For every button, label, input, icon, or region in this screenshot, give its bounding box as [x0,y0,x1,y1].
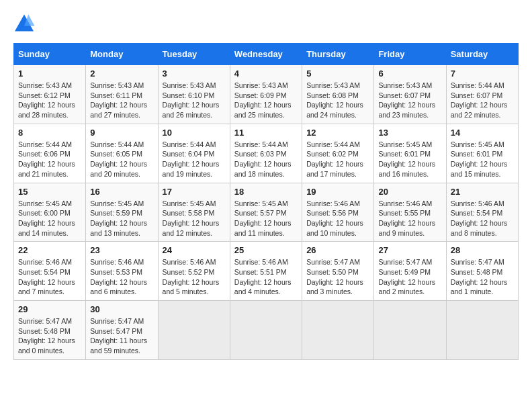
calendar-cell: 9 Sunrise: 5:44 AM Sunset: 6:05 PM Dayli… [86,124,158,183]
day-info: Sunrise: 5:46 AM Sunset: 5:55 PM Dayligh… [378,199,441,238]
day-number: 24 [163,245,226,255]
calendar-cell: 20 Sunrise: 5:46 AM Sunset: 5:55 PM Dayl… [374,183,446,242]
day-info: Sunrise: 5:46 AM Sunset: 5:56 PM Dayligh… [306,199,369,238]
calendar-cell: 4 Sunrise: 5:43 AM Sunset: 6:09 PM Dayli… [230,65,302,124]
day-info: Sunrise: 5:47 AM Sunset: 5:50 PM Dayligh… [306,257,369,297]
calendar-cell: 15 Sunrise: 5:45 AM Sunset: 6:00 PM Dayl… [14,183,86,242]
calendar-cell: 3 Sunrise: 5:43 AM Sunset: 6:10 PM Dayli… [158,65,230,124]
calendar-cell: 5 Sunrise: 5:43 AM Sunset: 6:08 PM Dayli… [302,65,374,124]
day-info: Sunrise: 5:43 AM Sunset: 6:11 PM Dayligh… [90,81,153,120]
calendar-cell: 16 Sunrise: 5:45 AM Sunset: 5:59 PM Dayl… [86,183,158,242]
calendar-cell [230,301,302,360]
calendar-cell: 22 Sunrise: 5:46 AM Sunset: 5:54 PM Dayl… [14,242,86,301]
calendar-cell: 11 Sunrise: 5:44 AM Sunset: 6:03 PM Dayl… [230,124,302,183]
day-info: Sunrise: 5:44 AM Sunset: 6:04 PM Dayligh… [163,140,226,179]
calendar-cell [158,301,230,360]
day-info: Sunrise: 5:46 AM Sunset: 5:52 PM Dayligh… [163,257,226,297]
calendar-cell: 6 Sunrise: 5:43 AM Sunset: 6:07 PM Dayli… [374,65,446,124]
calendar-cell: 27 Sunrise: 5:47 AM Sunset: 5:49 PM Dayl… [374,242,446,301]
day-info: Sunrise: 5:47 AM Sunset: 5:48 PM Dayligh… [451,257,514,297]
day-info: Sunrise: 5:44 AM Sunset: 6:07 PM Dayligh… [451,81,514,120]
calendar-cell: 23 Sunrise: 5:46 AM Sunset: 5:53 PM Dayl… [86,242,158,301]
calendar-cell: 21 Sunrise: 5:46 AM Sunset: 5:54 PM Dayl… [446,183,518,242]
day-number: 11 [234,128,298,138]
calendar-cell [374,301,446,360]
weekday-header: Thursday [302,44,374,65]
calendar-cell: 2 Sunrise: 5:43 AM Sunset: 6:11 PM Dayli… [86,65,158,124]
day-number: 18 [234,187,298,197]
day-info: Sunrise: 5:44 AM Sunset: 6:06 PM Dayligh… [18,140,81,179]
day-number: 26 [306,245,369,255]
calendar-cell: 12 Sunrise: 5:44 AM Sunset: 6:02 PM Dayl… [302,124,374,183]
day-info: Sunrise: 5:45 AM Sunset: 6:01 PM Dayligh… [451,140,514,179]
day-info: Sunrise: 5:45 AM Sunset: 6:00 PM Dayligh… [18,199,81,238]
weekday-header: Sunday [14,44,86,65]
day-number: 13 [378,128,441,138]
calendar-cell [446,301,518,360]
day-number: 21 [451,187,514,197]
day-number: 7 [451,68,514,79]
day-number: 29 [18,304,81,314]
day-info: Sunrise: 5:43 AM Sunset: 6:10 PM Dayligh… [163,81,226,120]
day-number: 23 [90,245,153,255]
header [13,13,519,32]
day-number: 1 [18,68,81,79]
day-info: Sunrise: 5:44 AM Sunset: 6:02 PM Dayligh… [306,140,369,179]
calendar-cell: 18 Sunrise: 5:45 AM Sunset: 5:57 PM Dayl… [230,183,302,242]
day-number: 27 [378,245,441,255]
day-info: Sunrise: 5:46 AM Sunset: 5:54 PM Dayligh… [451,199,514,238]
calendar-week-row: 15 Sunrise: 5:45 AM Sunset: 6:00 PM Dayl… [14,183,519,242]
day-info: Sunrise: 5:45 AM Sunset: 5:57 PM Dayligh… [234,199,298,238]
day-info: Sunrise: 5:46 AM Sunset: 5:51 PM Dayligh… [234,257,298,297]
day-number: 4 [234,68,298,79]
calendar-cell: 1 Sunrise: 5:43 AM Sunset: 6:12 PM Dayli… [14,65,86,124]
calendar-cell: 24 Sunrise: 5:46 AM Sunset: 5:52 PM Dayl… [158,242,230,301]
day-number: 14 [451,128,514,138]
weekday-header-row: SundayMondayTuesdayWednesdayThursdayFrid… [14,44,519,65]
calendar-week-row: 22 Sunrise: 5:46 AM Sunset: 5:54 PM Dayl… [14,242,519,301]
day-number: 16 [90,187,153,197]
day-info: Sunrise: 5:45 AM Sunset: 5:58 PM Dayligh… [163,199,226,238]
day-number: 19 [306,187,369,197]
calendar-week-row: 8 Sunrise: 5:44 AM Sunset: 6:06 PM Dayli… [14,124,519,183]
day-number: 30 [90,304,153,314]
day-number: 28 [451,245,514,255]
calendar-cell: 14 Sunrise: 5:45 AM Sunset: 6:01 PM Dayl… [446,124,518,183]
day-info: Sunrise: 5:44 AM Sunset: 6:03 PM Dayligh… [234,140,298,179]
day-info: Sunrise: 5:45 AM Sunset: 5:59 PM Dayligh… [90,199,153,238]
calendar-cell: 25 Sunrise: 5:46 AM Sunset: 5:51 PM Dayl… [230,242,302,301]
calendar-cell: 28 Sunrise: 5:47 AM Sunset: 5:48 PM Dayl… [446,242,518,301]
day-number: 3 [163,68,226,79]
day-info: Sunrise: 5:43 AM Sunset: 6:09 PM Dayligh… [234,81,298,120]
weekday-header: Monday [86,44,158,65]
day-info: Sunrise: 5:44 AM Sunset: 6:05 PM Dayligh… [90,140,153,179]
calendar-cell: 19 Sunrise: 5:46 AM Sunset: 5:56 PM Dayl… [302,183,374,242]
calendar-cell: 10 Sunrise: 5:44 AM Sunset: 6:04 PM Dayl… [158,124,230,183]
day-info: Sunrise: 5:43 AM Sunset: 6:12 PM Dayligh… [18,81,81,120]
calendar-week-row: 1 Sunrise: 5:43 AM Sunset: 6:12 PM Dayli… [14,65,519,124]
day-number: 9 [90,128,153,138]
calendar-cell: 30 Sunrise: 5:47 AM Sunset: 5:47 PM Dayl… [86,301,158,360]
calendar-cell: 8 Sunrise: 5:44 AM Sunset: 6:06 PM Dayli… [14,124,86,183]
day-number: 17 [163,187,226,197]
day-number: 22 [18,245,81,255]
day-number: 8 [18,128,81,138]
weekday-header: Saturday [446,44,518,65]
day-number: 2 [90,68,153,79]
calendar-cell: 29 Sunrise: 5:47 AM Sunset: 5:48 PM Dayl… [14,301,86,360]
day-number: 20 [378,187,441,197]
day-info: Sunrise: 5:46 AM Sunset: 5:53 PM Dayligh… [90,257,153,297]
logo-icon [13,13,35,32]
weekday-header: Wednesday [230,44,302,65]
day-info: Sunrise: 5:45 AM Sunset: 6:01 PM Dayligh… [378,140,441,179]
calendar-cell [302,301,374,360]
day-info: Sunrise: 5:47 AM Sunset: 5:49 PM Dayligh… [378,257,441,297]
day-info: Sunrise: 5:46 AM Sunset: 5:54 PM Dayligh… [18,257,81,297]
calendar-cell: 7 Sunrise: 5:44 AM Sunset: 6:07 PM Dayli… [446,65,518,124]
calendar-table: SundayMondayTuesdayWednesdayThursdayFrid… [13,43,519,360]
calendar-week-row: 29 Sunrise: 5:47 AM Sunset: 5:48 PM Dayl… [14,301,519,360]
weekday-header: Friday [374,44,446,65]
day-number: 12 [306,128,369,138]
day-number: 6 [378,68,441,79]
day-number: 10 [163,128,226,138]
